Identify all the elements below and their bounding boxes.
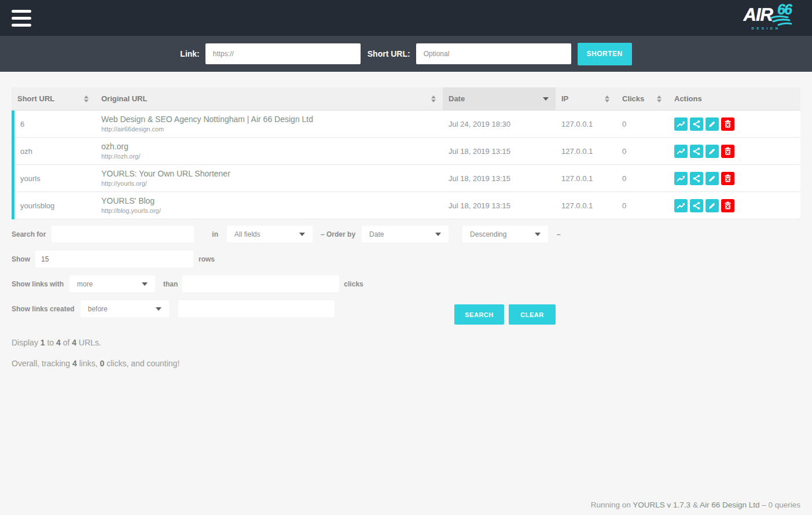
delete-icon[interactable] xyxy=(721,172,734,185)
clicks-label: clicks xyxy=(344,280,363,288)
share-icon[interactable] xyxy=(690,199,703,212)
table-header-row: Short URL Original URL Date IP Clicks Ac… xyxy=(12,87,800,111)
edit-icon[interactable] xyxy=(706,145,719,158)
menu-hamburger-icon[interactable] xyxy=(12,10,31,27)
ip-cell: 127.0.0.1 xyxy=(556,111,616,137)
date-cell: Jul 24, 2019 18:30 xyxy=(443,111,556,137)
display-count-text: Display 1 to 4 of 4 URLs. xyxy=(12,338,800,347)
air66-logo[interactable]: AIR 66 DESIGN xyxy=(744,6,802,30)
original-url-cell: Web Design & SEO Agency Nottingham | Air… xyxy=(95,111,443,137)
share-icon[interactable] xyxy=(690,117,703,131)
original-url-text: http://air66design.com xyxy=(101,125,164,133)
short-url-input[interactable] xyxy=(416,43,571,64)
table-body: 6 Web Design & SEO Agency Nottingham | A… xyxy=(12,111,800,219)
clicks-cell: 0 xyxy=(616,138,668,164)
share-icon[interactable] xyxy=(690,145,703,158)
search-input[interactable] xyxy=(52,226,194,242)
edit-icon[interactable] xyxy=(706,199,719,212)
search-button[interactable]: SEARCH xyxy=(454,304,504,325)
date-cell: Jul 18, 2019 13:15 xyxy=(443,138,556,164)
chevron-down-icon xyxy=(299,233,305,236)
delete-icon[interactable] xyxy=(721,145,734,158)
column-header-short-url[interactable]: Short URL xyxy=(12,87,95,110)
original-url-link[interactable]: ozh.org xyxy=(101,142,128,152)
column-header-actions: Actions xyxy=(668,87,800,110)
row-actions xyxy=(674,145,734,158)
link-input[interactable] xyxy=(205,43,361,64)
air66-footer-link[interactable]: Air 66 Design Ltd xyxy=(700,501,760,509)
order-by-label: – Order by xyxy=(321,230,355,238)
ip-cell: 127.0.0.1 xyxy=(556,165,616,192)
chevron-down-icon xyxy=(156,307,161,311)
sort-icon xyxy=(657,95,662,102)
table-row: yourlsblog YOURLS' Blog http://blog.your… xyxy=(14,192,800,219)
original-url-text: http://ozh.org/ xyxy=(101,152,140,160)
stats-icon[interactable] xyxy=(674,145,688,158)
original-url-cell: YOURLS' Blog http://blog.yourls.org/ xyxy=(95,192,443,219)
sort-desc-icon xyxy=(543,97,549,101)
logo-swoosh-icon xyxy=(770,15,797,28)
row-actions xyxy=(674,117,734,131)
running-on-text: Running on xyxy=(591,501,633,509)
original-url-text: http://blog.yourls.org/ xyxy=(101,207,161,215)
filters-panel: Search for in All fields – Order by Date… xyxy=(12,226,800,325)
original-url-link[interactable]: YOURLS' Blog xyxy=(101,196,155,206)
than-label: than xyxy=(163,280,178,288)
rows-label: rows xyxy=(199,255,215,263)
original-url-cell: YOURLS: Your Own URL Shortener http://yo… xyxy=(95,165,443,192)
column-header-original-url[interactable]: Original URL xyxy=(95,87,443,110)
link-label: Link: xyxy=(180,49,199,58)
order-direction-select[interactable]: Descending xyxy=(462,226,548,242)
in-label: in xyxy=(212,230,218,238)
short-url-label: Short URL: xyxy=(368,49,410,58)
clicks-cell: 0 xyxy=(616,192,668,219)
search-for-label: Search for xyxy=(12,230,46,238)
row-actions xyxy=(674,172,734,185)
links-created-select[interactable]: before xyxy=(80,300,169,317)
links-table: Short URL Original URL Date IP Clicks Ac… xyxy=(12,87,800,219)
table-row: 6 Web Design & SEO Agency Nottingham | A… xyxy=(14,111,800,138)
table-row: ozh ozh.org http://ozh.org/ Jul 18, 2019… xyxy=(14,138,800,165)
original-url-cell: ozh.org http://ozh.org/ xyxy=(95,138,443,164)
column-header-date[interactable]: Date xyxy=(443,87,556,110)
edit-icon[interactable] xyxy=(706,172,719,185)
table-row: yourls YOURLS: Your Own URL Shortener ht… xyxy=(14,165,800,192)
clicks-cell: 0 xyxy=(616,165,668,192)
show-rows-input[interactable] xyxy=(35,251,193,267)
short-url-cell: ozh xyxy=(14,138,95,164)
share-icon[interactable] xyxy=(690,172,703,185)
ip-cell: 127.0.0.1 xyxy=(556,138,616,164)
order-by-select[interactable]: Date xyxy=(362,226,449,242)
show-links-created-label: Show links created xyxy=(12,305,75,313)
footer: Running on YOURLS v 1.7.3 & Air 66 Desig… xyxy=(591,501,800,509)
show-links-with-label: Show links with xyxy=(12,280,64,288)
original-url-link[interactable]: YOURLS: Your Own URL Shortener xyxy=(101,169,230,179)
column-header-ip[interactable]: IP xyxy=(556,87,616,110)
row-actions xyxy=(674,199,734,212)
shorten-button[interactable]: SHORTEN xyxy=(578,43,632,65)
date-cell: Jul 18, 2019 13:15 xyxy=(443,165,556,192)
original-url-link[interactable]: Web Design & SEO Agency Nottingham | Air… xyxy=(101,115,313,124)
search-in-select[interactable]: All fields xyxy=(227,226,313,242)
stats-icon[interactable] xyxy=(674,172,688,185)
clear-button[interactable]: CLEAR xyxy=(509,304,556,325)
yourls-version-link[interactable]: YOURLS v 1.7.3 xyxy=(633,501,690,509)
logo-air-text: AIR xyxy=(744,6,773,24)
column-header-clicks[interactable]: Clicks xyxy=(616,87,668,110)
clicks-threshold-input[interactable] xyxy=(182,275,339,292)
shorten-bar: Link: Short URL: SHORTEN xyxy=(0,36,812,72)
main-content: Short URL Original URL Date IP Clicks Ac… xyxy=(0,87,812,515)
show-label: Show xyxy=(12,255,30,263)
created-date-input[interactable] xyxy=(178,300,335,317)
delete-icon[interactable] xyxy=(721,199,734,212)
stats-icon[interactable] xyxy=(674,199,688,212)
edit-icon[interactable] xyxy=(706,117,719,131)
queries-count-text: – 0 queries xyxy=(759,501,800,509)
date-cell: Jul 18, 2019 13:15 xyxy=(443,192,556,219)
overall-tracking-text: Overall, tracking 4 links, 0 clicks, and… xyxy=(12,359,800,368)
ip-cell: 127.0.0.1 xyxy=(556,192,616,219)
links-with-select[interactable]: more xyxy=(69,275,155,292)
delete-icon[interactable] xyxy=(721,117,734,131)
original-url-text: http://yourls.org/ xyxy=(101,179,147,187)
stats-icon[interactable] xyxy=(674,117,688,131)
